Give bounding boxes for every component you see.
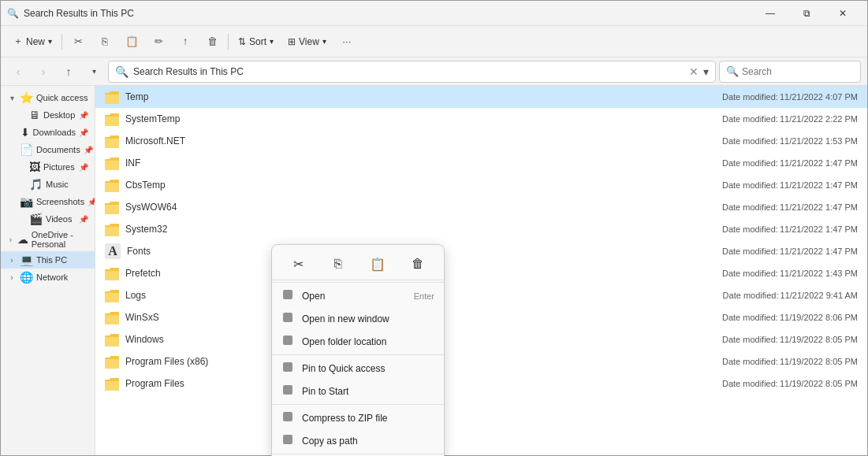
sidebar-item-screenshots[interactable]: 📷 Screenshots 📌 — [10, 193, 95, 210]
file-row[interactable]: LogsDate modified: 11/21/2022 9:41 AM — [95, 284, 867, 306]
file-name: SystemTemp — [125, 113, 722, 124]
menu-item-icon — [281, 288, 294, 303]
folder-icon — [105, 112, 119, 126]
svg-rect-0 — [283, 290, 292, 299]
close-button[interactable]: ✕ — [825, 1, 861, 26]
paste-button[interactable]: 📋 — [365, 251, 390, 276]
file-row[interactable]: WinSxSDate modified: 11/19/2022 8:06 PM — [95, 306, 867, 328]
menu-item-icon — [281, 311, 294, 326]
toolbar-separator-1 — [61, 34, 62, 50]
folder-icon — [105, 134, 119, 148]
recent-locations-button[interactable]: ▾ — [83, 61, 105, 83]
up-button[interactable]: ↑ — [58, 61, 80, 83]
folder-icon: A — [105, 243, 121, 259]
file-name: INF — [125, 158, 722, 169]
sidebar-item-downloads[interactable]: ⬇ Downloads 📌 — [10, 124, 95, 141]
context-menu-item-copy-as-path[interactable]: Copy as path — [272, 429, 444, 452]
context-menu-item-open-in-new-window[interactable]: Open in new window — [272, 307, 444, 330]
new-button[interactable]: ＋ New ▾ — [7, 29, 58, 54]
share-icon: ↑ — [183, 35, 188, 47]
search-input[interactable] — [742, 66, 860, 77]
file-row[interactable]: PrefetchDate modified: 11/21/2022 1:43 P… — [95, 262, 867, 284]
cut-button[interactable]: ✂ — [285, 251, 311, 276]
minimize-button[interactable]: — — [752, 1, 788, 26]
screenshots-icon: 📷 — [20, 195, 33, 208]
delete-button[interactable]: 🗑 — [405, 251, 430, 276]
svg-rect-1 — [283, 313, 292, 322]
address-expand-icon[interactable]: ▾ — [703, 65, 709, 78]
more-button[interactable]: ··· — [334, 29, 359, 54]
file-row[interactable]: TempDate modified: 11/21/2022 4:07 PM — [95, 86, 867, 108]
folder-icon — [105, 354, 119, 369]
date-modified-label: Date modified: — [722, 335, 778, 344]
context-menu-item-open[interactable]: OpenEnter — [272, 284, 444, 307]
pictures-icon: 🖼 — [29, 161, 40, 173]
file-row[interactable]: WindowsDate modified: 11/19/2022 8:05 PM — [95, 328, 867, 350]
pin-icon: 📌 — [79, 128, 88, 137]
address-input[interactable] — [133, 66, 684, 77]
file-row[interactable]: INFDate modified: 11/21/2022 1:47 PM — [95, 152, 867, 174]
address-input-wrap[interactable]: 🔍 ✕ ▾ — [108, 61, 716, 83]
sidebar-item-pictures[interactable]: 🖼 Pictures 📌 — [10, 158, 95, 176]
sidebar-item-onedrive[interactable]: › ☁ OneDrive - Personal — [1, 228, 95, 251]
file-date: 11/19/2022 8:05 PM — [780, 357, 858, 366]
copy-button[interactable]: ⎘ — [92, 29, 117, 54]
sidebar-item-network[interactable]: › 🌐 Network — [1, 269, 95, 286]
folder-icon — [105, 310, 119, 324]
view-button[interactable]: ⊞ View ▾ — [281, 29, 333, 54]
paste-button[interactable]: 📋 — [119, 29, 144, 54]
file-row[interactable]: AFontsDate modified: 11/21/2022 1:47 PM — [95, 240, 867, 262]
sort-button[interactable]: ⇅ Sort ▾ — [232, 29, 280, 54]
this-pc-icon: 💻 — [20, 254, 33, 266]
svg-rect-2 — [283, 336, 292, 345]
file-row[interactable]: SystemTempDate modified: 11/21/2022 2:22… — [95, 108, 867, 130]
sidebar-item-desktop[interactable]: 🖥 Desktop 📌 — [10, 106, 95, 124]
folder-icon — [105, 376, 119, 391]
context-menu-item-open-folder-location[interactable]: Open folder location — [272, 330, 444, 353]
sidebar-item-videos[interactable]: 🎬 Videos 📌 — [10, 210, 95, 228]
sidebar-label: Videos — [46, 214, 72, 224]
file-row[interactable]: System32Date modified: 11/21/2022 1:47 P… — [95, 218, 867, 240]
menu-item-label: Pin to Quick access — [302, 363, 434, 374]
file-date: 11/21/2022 2:22 PM — [780, 114, 858, 124]
search-icon: 🔍 — [726, 65, 739, 77]
file-row[interactable]: Program Files (x86)Date modified: 11/19/… — [95, 350, 867, 373]
sidebar-item-quick-access[interactable]: ▾ ⭐ Quick access — [1, 89, 95, 106]
restore-button[interactable]: ⧉ — [788, 1, 825, 26]
folder-icon — [105, 222, 119, 236]
forward-button[interactable]: › — [32, 61, 54, 83]
downloads-icon: ⬇ — [20, 126, 30, 139]
file-row[interactable]: CbsTempDate modified: 11/21/2022 1:47 PM — [95, 174, 867, 196]
file-row[interactable]: Microsoft.NETDate modified: 11/21/2022 1… — [95, 130, 867, 152]
cut-button[interactable]: ✂ — [65, 29, 91, 54]
file-name: SysWOW64 — [125, 202, 722, 213]
title-bar-controls: — ⧉ ✕ — [752, 1, 861, 26]
file-row[interactable]: Program FilesDate modified: 11/19/2022 8… — [95, 373, 867, 395]
delete-button[interactable]: 🗑 — [199, 29, 225, 54]
back-button[interactable]: ‹ — [7, 61, 29, 83]
expander-icon: › — [7, 235, 14, 244]
date-modified-label: Date modified: — [722, 224, 778, 234]
address-bar: ‹ › ↑ ▾ 🔍 ✕ ▾ 🔍 — [1, 57, 867, 86]
sidebar-item-music[interactable]: 🎵 Music — [10, 176, 95, 193]
window-title: Search Results in This PC — [24, 8, 134, 19]
copy-button[interactable]: ⎘ — [326, 251, 351, 276]
context-menu-item-pin-to-quick-access[interactable]: Pin to Quick access — [272, 357, 444, 380]
share-button[interactable]: ↑ — [173, 29, 198, 54]
address-clear-icon[interactable]: ✕ — [689, 66, 698, 77]
folder-icon — [105, 266, 119, 280]
file-date: 11/21/2022 1:43 PM — [780, 269, 858, 278]
file-date: 11/21/2022 1:53 PM — [780, 136, 858, 146]
star-icon: ⭐ — [20, 91, 33, 104]
pin-icon: 📌 — [88, 198, 95, 206]
context-menu[interactable]: ✂⎘📋🗑 OpenEnter Open in new window Open f… — [271, 244, 445, 455]
expander-icon: › — [7, 256, 17, 265]
rename-icon: ✏ — [155, 35, 163, 47]
rename-button[interactable]: ✏ — [146, 29, 171, 54]
expander-icon: ▾ — [7, 94, 17, 102]
context-menu-item-compress-to-zip-file[interactable]: Compress to ZIP file — [272, 406, 444, 429]
sidebar-item-this-pc[interactable]: › 💻 This PC — [1, 251, 95, 269]
context-menu-item-pin-to-start[interactable]: Pin to Start — [272, 380, 444, 402]
sidebar-item-documents[interactable]: 📄 Documents 📌 — [10, 141, 95, 158]
file-row[interactable]: SysWOW64Date modified: 11/21/2022 1:47 P… — [95, 196, 867, 218]
